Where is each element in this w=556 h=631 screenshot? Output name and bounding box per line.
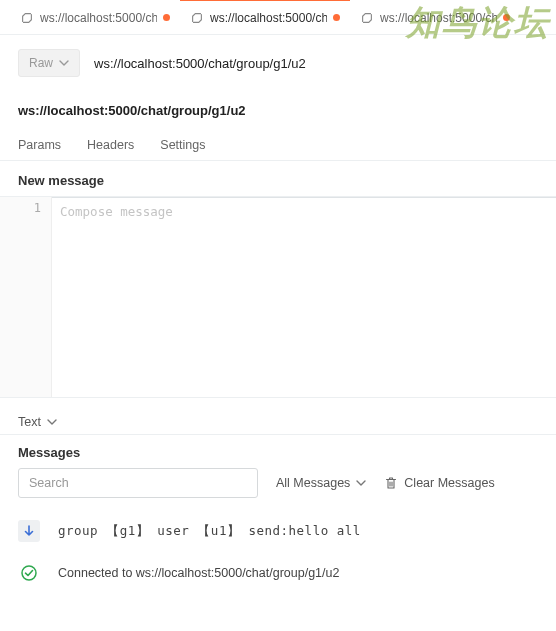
chevron-down-icon <box>356 478 366 488</box>
dirty-dot-icon <box>333 14 340 21</box>
body-type-dropdown[interactable]: Text <box>18 415 57 429</box>
method-dropdown[interactable]: Raw <box>18 49 80 77</box>
dirty-dot-icon <box>163 14 170 21</box>
tab-label: ws://localhost:5000/ch <box>210 11 327 25</box>
request-subtabs: Params Headers Settings <box>0 128 556 161</box>
svg-point-0 <box>22 566 36 580</box>
tab-settings[interactable]: Settings <box>160 138 205 160</box>
url-display[interactable]: ws://localhost:5000/chat/group/g1/u2 <box>94 56 306 71</box>
websocket-icon <box>20 11 34 25</box>
arrow-down-icon <box>18 520 40 542</box>
compose-editor[interactable]: 1 Compose message <box>0 196 556 398</box>
messages-search[interactable] <box>18 468 258 498</box>
messages-title: Messages <box>0 434 556 468</box>
chevron-down-icon <box>59 58 69 68</box>
filter-label: All Messages <box>276 476 350 490</box>
editor-gutter: 1 <box>0 197 52 397</box>
message-row[interactable]: Connected to ws://localhost:5000/chat/gr… <box>0 552 556 594</box>
tab-label: ws://localhost:5000/ch <box>40 11 157 25</box>
clear-messages-button[interactable]: Clear Messages <box>384 476 494 490</box>
tab-bar: ws://localhost:5000/ch ws://localhost:50… <box>0 0 556 35</box>
tab-ws-3[interactable]: ws://localhost:5000/ch <box>350 0 520 34</box>
trash-icon <box>384 476 398 490</box>
messages-list: group 【g1】 user 【u1】 send:hello all Conn… <box>0 508 556 604</box>
body-type-row: Text <box>0 398 556 434</box>
request-bar: Raw ws://localhost:5000/chat/group/g1/u2 <box>0 35 556 85</box>
messages-toolbar: All Messages Clear Messages <box>0 468 556 508</box>
editor-body[interactable]: Compose message <box>52 197 556 397</box>
line-number: 1 <box>0 201 41 215</box>
tab-params[interactable]: Params <box>18 138 61 160</box>
request-title: ws://localhost:5000/chat/group/g1/u2 <box>0 85 556 128</box>
body-type-label: Text <box>18 415 41 429</box>
method-label: Raw <box>29 56 53 70</box>
tab-ws-1[interactable]: ws://localhost:5000/ch <box>10 0 180 34</box>
editor-placeholder: Compose message <box>60 204 173 219</box>
tab-ws-2[interactable]: ws://localhost:5000/ch <box>180 0 350 34</box>
dirty-dot-icon <box>503 14 510 21</box>
chevron-down-icon <box>47 417 57 427</box>
clear-label: Clear Messages <box>404 476 494 490</box>
websocket-icon <box>360 11 374 25</box>
check-circle-icon <box>18 562 40 584</box>
message-text: Connected to ws://localhost:5000/chat/gr… <box>58 566 339 580</box>
tab-headers[interactable]: Headers <box>87 138 134 160</box>
message-text: group 【g1】 user 【u1】 send:hello all <box>58 523 361 540</box>
compose-title: New message <box>0 161 556 196</box>
message-row[interactable]: group 【g1】 user 【u1】 send:hello all <box>0 510 556 552</box>
websocket-icon <box>190 11 204 25</box>
messages-filter-dropdown[interactable]: All Messages <box>276 476 366 490</box>
search-input[interactable] <box>18 468 258 498</box>
tab-label: ws://localhost:5000/ch <box>380 11 497 25</box>
